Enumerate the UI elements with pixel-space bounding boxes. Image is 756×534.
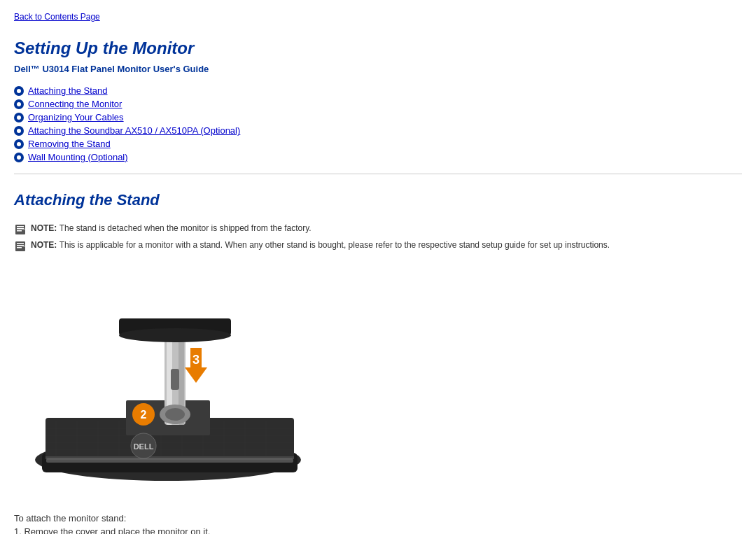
svg-rect-2 [17, 228, 24, 230]
svg-text:3: 3 [192, 353, 200, 367]
toc-bullet-icon [14, 153, 24, 162]
svg-rect-1 [17, 226, 24, 227]
toc-link[interactable]: Organizing Your Cables [28, 112, 124, 122]
section-divider [14, 174, 742, 174]
toc-bullet-icon [14, 126, 24, 136]
toc-item: Connecting the Monitor [14, 99, 742, 109]
toc-link[interactable]: Connecting the Monitor [28, 99, 122, 109]
toc-bullet-icon [14, 86, 24, 96]
svg-rect-33 [171, 369, 179, 390]
svg-rect-8 [17, 247, 22, 248]
svg-text:2: 2 [141, 409, 147, 421]
toc-link[interactable]: Wall Mounting (Optional) [28, 152, 128, 162]
toc-item: Organizing Your Cables [14, 112, 742, 122]
instruction-steps: 1. Remove the cover and place the monito… [14, 526, 742, 534]
svg-point-38 [165, 408, 185, 421]
toc-bullet-icon [14, 113, 24, 122]
svg-rect-3 [17, 230, 22, 232]
note-text: NOTE: This is applicable for a monitor w… [31, 240, 610, 250]
toc-link[interactable]: Attaching the Stand [28, 85, 107, 96]
svg-marker-40 [185, 367, 207, 383]
table-of-contents: Attaching the StandConnecting the Monito… [14, 85, 742, 162]
stand-image: 3 2 DELL [28, 264, 308, 502]
toc-bullet-icon [14, 139, 24, 149]
page-title: Setting Up the Monitor [14, 38, 742, 58]
note-icon [14, 240, 27, 253]
notes-container: NOTE: The stand is detached when the mon… [14, 223, 742, 253]
instruction-intro: To attach the monitor stand: [14, 513, 742, 524]
instruction-step: 1. Remove the cover and place the monito… [14, 526, 742, 534]
toc-item: Attaching the Soundbar AX510 / AX510PA (… [14, 125, 742, 136]
back-to-contents-link[interactable]: Back to Contents Page [14, 12, 100, 22]
svg-rect-7 [17, 245, 24, 246]
section-title-attaching: Attaching the Stand [14, 191, 742, 209]
note-text: NOTE: The stand is detached when the mon… [31, 223, 312, 233]
note: NOTE: The stand is detached when the mon… [14, 223, 742, 236]
toc-link[interactable]: Attaching the Soundbar AX510 / AX510PA (… [28, 125, 240, 136]
note: NOTE: This is applicable for a monitor w… [14, 240, 742, 253]
toc-item: Removing the Stand [14, 139, 742, 149]
toc-link[interactable]: Removing the Stand [28, 139, 111, 149]
svg-rect-46 [46, 458, 293, 463]
svg-point-36 [119, 328, 231, 342]
svg-rect-6 [17, 243, 24, 244]
toc-item: Attaching the Stand [14, 85, 742, 96]
toc-item: Wall Mounting (Optional) [14, 152, 742, 162]
svg-text:DELL: DELL [134, 442, 154, 451]
toc-bullet-icon [14, 99, 24, 109]
note-icon [14, 223, 27, 236]
product-title: Dell™ U3014 Flat Panel Monitor User's Gu… [14, 64, 742, 74]
